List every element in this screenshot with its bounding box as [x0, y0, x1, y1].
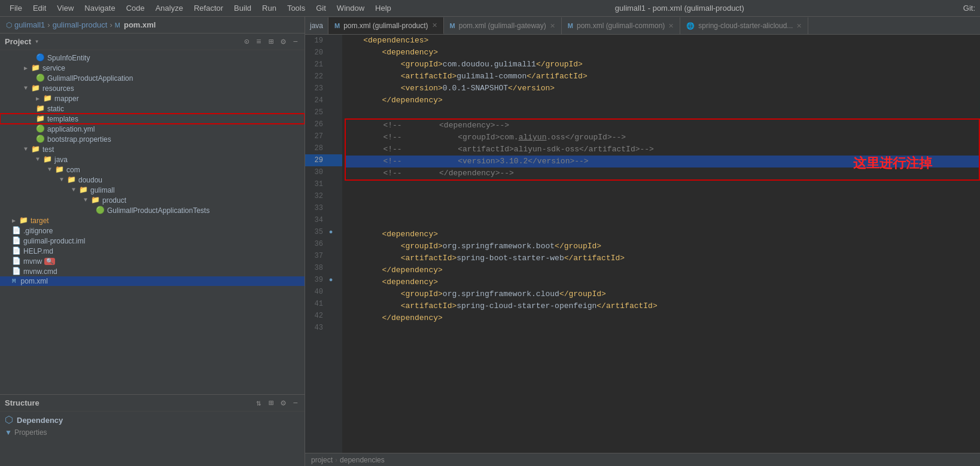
menu-item-git[interactable]: Git: [311, 2, 331, 14]
code-tag-open-37: <artifactId>: [401, 252, 457, 264]
code-tag-open-36: <groupId>: [401, 240, 443, 252]
locate-button[interactable]: ⊙: [242, 36, 251, 47]
line-num-32: 32: [305, 192, 327, 200]
tree-item-apptests[interactable]: 🟢 GulimallProductApplicationTests: [0, 205, 305, 215]
tab-pom-product[interactable]: M pom.xml (gulimall-product) ✕: [328, 17, 444, 34]
menu-item-view[interactable]: View: [52, 2, 78, 14]
collapse-all-button[interactable]: ≡: [254, 37, 263, 47]
tree-item-iml[interactable]: 📄 gulimall-product.iml: [0, 236, 305, 246]
fold-mark-39: ●: [327, 276, 335, 284]
menu-item-navigate[interactable]: Navigate: [80, 2, 120, 14]
tree-item-templates[interactable]: 📁 templates: [0, 114, 305, 124]
code-line-21: <groupId>com.doudou.gulimall1</groupId>: [345, 59, 980, 71]
tab-label-pom-product: pom.xml (gulimall-product): [343, 22, 428, 30]
file-name-templates: templates: [47, 115, 78, 123]
tree-item-gulimallproductapp[interactable]: 🟢 GulimallProductApplication: [0, 73, 305, 83]
tab-java-indicator[interactable]: java: [305, 17, 328, 34]
tree-item-mapper[interactable]: ▶ 📁 mapper: [0, 93, 305, 103]
file-icon-pomxml: M: [12, 278, 16, 285]
tree-item-bootstrap[interactable]: 🟢 bootstrap.properties: [0, 134, 305, 144]
line-num-38: 38: [305, 264, 327, 272]
tab-spring-cloud[interactable]: 🌐 spring-cloud-starter-alicloud... ✕: [680, 17, 808, 34]
code-line-35: <dependency>: [345, 229, 980, 240]
structure-minimize-button[interactable]: −: [291, 398, 300, 408]
code-line-19: <dependencies>: [345, 35, 980, 47]
settings-button[interactable]: ⚙: [279, 36, 287, 47]
structure-expand-button[interactable]: ⊞: [267, 398, 275, 408]
gutter-row-43: 43: [305, 322, 342, 334]
code-val-21: com.doudou.gulimall1: [443, 59, 536, 71]
tab-pom-common[interactable]: M pom.xml (gulimall-common) ✕: [562, 17, 681, 34]
menu-item-run[interactable]: Run: [257, 2, 281, 14]
line-num-42: 42: [305, 312, 327, 320]
menu-item-window[interactable]: Window: [332, 2, 369, 14]
structure-sort-button[interactable]: ⇅: [254, 398, 263, 408]
structure-settings-button[interactable]: ⚙: [279, 398, 287, 408]
code-val-23: 0.0.1-SNAPSHOT: [443, 83, 508, 95]
tree-item-gulimall2[interactable]: ▼ 📁 gulimall: [0, 185, 305, 195]
tree-item-target[interactable]: ▶ 📁 target: [0, 215, 305, 226]
gutter-row-34: 34: [305, 214, 342, 226]
code-content-21: [345, 59, 401, 71]
tree-item-mvnwcmd[interactable]: 📄 mvnw.cmd: [0, 266, 305, 276]
menu-item-help[interactable]: Help: [370, 2, 396, 14]
breadcrumb-sep-1: ›: [109, 20, 112, 29]
code-tag-close-40: </groupId>: [559, 288, 606, 300]
tab-close-pom-gateway[interactable]: ✕: [550, 22, 555, 30]
tab-close-spring-cloud[interactable]: ✕: [796, 22, 802, 30]
tab-close-pom-product[interactable]: ✕: [432, 22, 437, 29]
tree-item-resources[interactable]: ▼ 📁 resources: [0, 83, 305, 93]
code-line-26: <!-- <dependency>-->: [346, 120, 979, 132]
tree-item-com[interactable]: ▼ 📁 com: [0, 165, 305, 175]
breadcrumb-part-0[interactable]: gulimall1: [14, 20, 45, 29]
tree-item-spuinfoentity[interactable]: 🔵 SpuInfoEntity: [0, 53, 305, 63]
tree-item-doudou[interactable]: ▼ 📁 doudou: [0, 175, 305, 185]
project-dropdown-icon[interactable]: ▾: [35, 37, 39, 46]
tree-item-mvnw[interactable]: 📄 mvnw 🔍: [0, 256, 305, 266]
tree-item-java2[interactable]: ▼ 📁 java: [0, 154, 305, 165]
line-num-43: 43: [305, 324, 327, 332]
gutter-row-37: 37: [305, 250, 342, 262]
menu-item-file[interactable]: File: [5, 2, 27, 14]
tree-item-test[interactable]: ▼ 📁 test: [0, 144, 305, 154]
menu-item-refactor[interactable]: Refactor: [189, 2, 228, 14]
tree-item-static[interactable]: 📁 static: [0, 103, 305, 114]
tree-item-pomxml[interactable]: M pom.xml: [0, 276, 305, 286]
eb-part-1: dependencies: [340, 456, 385, 464]
file-icon-gulimall2: 📁: [79, 185, 88, 194]
line-num-29: 29: [305, 156, 327, 165]
tree-item-gitignore[interactable]: 📄 .gitignore: [0, 226, 305, 236]
red-outline-box: <!-- <dependency>--> <!-- <groupId>com.a…: [345, 118, 980, 181]
line-num-31: 31: [305, 180, 327, 188]
code-tag-19: <dependencies>: [345, 35, 428, 47]
tree-item-service[interactable]: ▶ 📁 service: [0, 63, 305, 73]
code-line-20: <dependency>: [345, 47, 980, 59]
expand-button[interactable]: ⊞: [267, 36, 275, 47]
fold-mark-35: ●: [327, 229, 335, 236]
gutter-row-23: 23: [305, 83, 342, 95]
arrow-com: ▼: [48, 166, 55, 173]
structure-header: Structure ⇅ ⊞ ⚙ −: [0, 395, 305, 412]
menu-item-build[interactable]: Build: [229, 2, 256, 14]
menu-item-analyze[interactable]: Analyze: [151, 2, 188, 14]
tree-item-product2[interactable]: ▼ 📁 product: [0, 195, 305, 205]
properties-icon: ▼: [5, 428, 12, 437]
tab-close-pom-common[interactable]: ✕: [668, 22, 674, 30]
structure-panel: Structure ⇅ ⊞ ⚙ − ⬡ Dependency ▼ Propert…: [0, 394, 305, 466]
code-tag-24: </dependency>: [345, 95, 443, 106]
dep-label: Dependency: [17, 416, 63, 425]
code-col[interactable]: <dependencies> <dependency> <groupId>com…: [342, 35, 980, 453]
file-icon-mvnwcmd: 📄: [12, 267, 21, 276]
code-tag-open-22: <artifactId>: [401, 71, 457, 83]
tab-pom-gateway[interactable]: M pom.xml (gulimall-gateway) ✕: [444, 17, 562, 34]
tree-item-helpmd[interactable]: 📄 HELP.md: [0, 246, 305, 256]
arrow-java2: ▼: [36, 156, 43, 163]
gutter-row-41: 41: [305, 298, 342, 310]
menu-item-tools[interactable]: Tools: [282, 2, 310, 14]
menu-item-edit[interactable]: Edit: [28, 2, 51, 14]
menu-item-code[interactable]: Code: [121, 2, 150, 14]
tree-item-application[interactable]: 🟢 application.yml: [0, 124, 305, 134]
gutter-row-21: 21: [305, 59, 342, 71]
breadcrumb-part-1[interactable]: gulimall-product: [53, 20, 108, 29]
minimize-button[interactable]: −: [291, 37, 300, 47]
